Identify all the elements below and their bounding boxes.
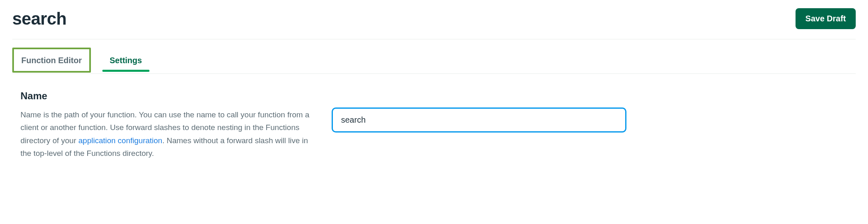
name-input-wrap — [332, 90, 626, 133]
tab-settings[interactable]: Settings — [102, 49, 149, 71]
page-header: search Save Draft — [12, 8, 856, 39]
name-field-label: Name — [20, 90, 315, 102]
tabs-row: Function Editor Settings — [12, 47, 856, 74]
save-draft-button[interactable]: Save Draft — [796, 8, 856, 29]
settings-content: Name Name is the path of your function. … — [12, 74, 635, 160]
name-field-info: Name Name is the path of your function. … — [20, 90, 315, 160]
application-configuration-link[interactable]: application configuration — [79, 136, 163, 145]
name-input[interactable] — [332, 107, 626, 133]
name-field-description: Name is the path of your function. You c… — [20, 108, 315, 160]
tab-function-editor[interactable]: Function Editor — [12, 48, 91, 73]
name-field-row: Name Name is the path of your function. … — [20, 90, 626, 160]
page-title: search — [12, 9, 66, 29]
